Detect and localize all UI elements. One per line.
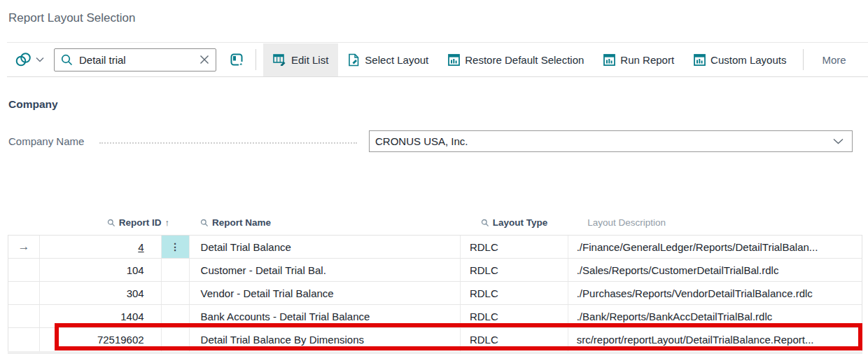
row-options-cell — [162, 305, 190, 327]
row-indicator-cell — [8, 282, 40, 304]
report-id-cell[interactable]: 1404 — [40, 305, 162, 327]
custom-layouts-button[interactable]: Custom Layouts — [684, 43, 796, 76]
layout-type-cell[interactable]: RDLC — [461, 236, 568, 258]
report-id-cell[interactable]: 104 — [40, 259, 162, 281]
toolbar-divider — [803, 49, 804, 70]
report-id-cell[interactable]: 4 — [40, 236, 162, 258]
custom-layouts-label: Custom Layouts — [710, 54, 786, 66]
search-icon — [61, 54, 73, 66]
selected-row-pointer-icon: → — [8, 236, 40, 258]
layout-description-cell[interactable]: ./Purchases/Reports/VendorDetailTrialBal… — [568, 282, 862, 304]
row-options-cell — [162, 328, 190, 351]
layout-description-cell[interactable]: ./Finance/GeneralLedger/Reports/DetailTr… — [568, 236, 862, 258]
search-input[interactable]: Detail trial — [79, 54, 193, 66]
toolbar-divider — [255, 49, 256, 70]
run-report-label: Run Report — [620, 54, 674, 66]
report-name-cell[interactable]: Bank Accounts - Detail Trial Balance — [190, 305, 461, 327]
page-title: Report Layout Selection — [8, 11, 135, 25]
company-name-select[interactable]: CRONUS USA, Inc. — [369, 130, 853, 152]
report-id-cell[interactable]: 304 — [40, 282, 162, 304]
related-entries-menu[interactable] — [7, 52, 54, 67]
clear-search-icon[interactable] — [200, 55, 209, 64]
restore-default-selection-label: Restore Default Selection — [465, 54, 584, 66]
chevron-down-icon — [36, 57, 44, 62]
linked-rings-icon — [14, 52, 32, 67]
run-report-button[interactable]: Run Report — [594, 43, 684, 76]
report-icon — [448, 54, 460, 66]
table-row: 104 Customer - Detail Trial Bal. RDLC ./… — [8, 259, 862, 282]
table-row: 304 Vendor - Detail Trial Balance RDLC .… — [8, 282, 862, 305]
report-name-cell[interactable]: Detail Trial Balance By Dimensions — [190, 328, 461, 351]
report-id-link[interactable]: 4 — [138, 241, 144, 253]
row-options-button[interactable]: ⋮ — [162, 236, 190, 258]
edit-list-button[interactable]: Edit List — [263, 43, 338, 76]
report-id-cell[interactable]: 72519602 — [40, 328, 162, 351]
action-toolbar: Detail trial — [7, 42, 868, 77]
report-name-cell[interactable]: Detail Trial Balance — [190, 236, 461, 258]
layout-description-cell[interactable]: ./Bank/Reports/BankAccDetailTrialBal.rdl… — [568, 305, 862, 327]
layout-type-cell[interactable]: RDLC — [461, 305, 568, 327]
row-indicator-cell — [8, 328, 40, 351]
document-edit-icon — [348, 53, 360, 67]
column-header-layout-type[interactable]: Layout Type — [475, 217, 580, 228]
report-name-cell[interactable]: Vendor - Detail Trial Balance — [190, 282, 461, 304]
report-name-cell[interactable]: Customer - Detail Trial Bal. — [190, 259, 461, 281]
layout-type-cell[interactable]: RDLC — [461, 259, 568, 281]
row-options-cell — [162, 259, 190, 281]
layout-type-cell[interactable]: RDLC — [461, 282, 568, 304]
restore-default-selection-button[interactable]: Restore Default Selection — [438, 43, 594, 76]
report-layout-table: → 4 ⋮ Detail Trial Balance RDLC ./Financ… — [8, 235, 862, 352]
select-layout-button[interactable]: Select Layout — [338, 43, 438, 76]
table-edit-icon — [273, 54, 286, 66]
company-name-value: CRONUS USA, Inc. — [375, 135, 833, 147]
edit-list-label: Edit List — [291, 54, 328, 66]
horizontal-scrollbar-track[interactable] — [8, 351, 862, 354]
dotted-leader — [99, 142, 357, 144]
focus-mode-button[interactable] — [225, 48, 248, 72]
filter-search-icon — [107, 219, 115, 227]
column-header-report-id[interactable]: Report ID ↑ — [38, 217, 186, 228]
column-header-report-name[interactable]: Report Name — [186, 217, 475, 228]
table-row: 1404 Bank Accounts - Detail Trial Balanc… — [8, 305, 862, 328]
report-icon — [603, 54, 615, 66]
layout-type-cell[interactable]: RDLC — [461, 328, 568, 351]
row-options-cell — [162, 282, 190, 304]
company-section-title: Company — [8, 98, 58, 111]
layout-description-cell[interactable]: ./Sales/Reports/CustomerDetailTrialBal.r… — [568, 259, 862, 281]
sort-ascending-icon: ↑ — [165, 217, 170, 228]
table-row-highlighted: 72519602 Detail Trial Balance By Dimensi… — [8, 328, 862, 351]
more-options-button[interactable]: More — [811, 43, 857, 76]
search-box[interactable]: Detail trial — [54, 48, 216, 72]
report-icon — [694, 54, 706, 66]
row-indicator-cell — [8, 259, 40, 281]
select-layout-label: Select Layout — [365, 54, 428, 66]
table-header-row: Report ID ↑ Report Name Layout Type La — [8, 210, 862, 235]
row-indicator-cell — [8, 305, 40, 327]
table-row-selected: → 4 ⋮ Detail Trial Balance RDLC ./Financ… — [8, 236, 862, 259]
company-name-label: Company Name — [8, 135, 84, 147]
layout-description-cell[interactable]: src/report/reportLayout/DetailTrialBalan… — [568, 328, 862, 351]
column-header-layout-description: Layout Description — [579, 217, 862, 228]
filter-search-icon — [481, 219, 489, 227]
report-layout-selection-page: Report Layout Selection — [0, 0, 868, 354]
frame-arrow-icon — [230, 53, 244, 67]
chevron-down-icon — [833, 138, 844, 144]
filter-search-icon — [200, 219, 209, 227]
